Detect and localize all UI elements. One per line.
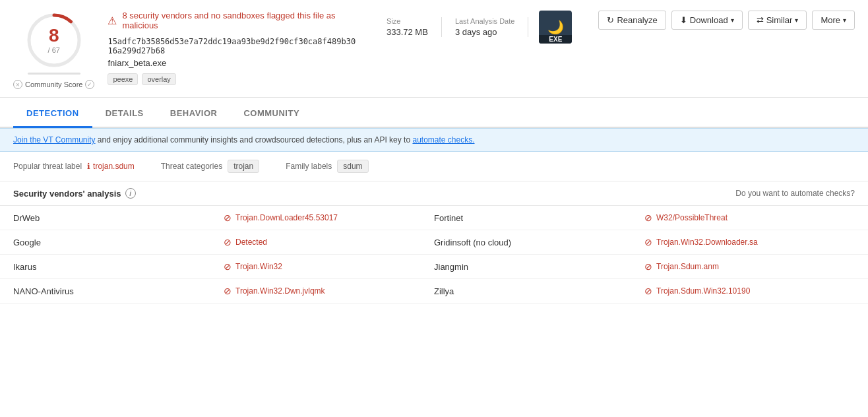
vt-community-link[interactable]: Join the VT Community xyxy=(13,135,96,144)
partner-vendor-name: Fortinet xyxy=(434,213,644,223)
file-hash: 15adfc7b35856d53e7a72ddc19aa93be9d2f90cf… xyxy=(108,37,360,55)
meta-size: Size 333.72 MB xyxy=(373,17,442,37)
vendor-name: Google xyxy=(13,238,224,247)
partner-malicious-icon: ⊘ xyxy=(644,212,652,223)
tab-details[interactable]: DETAILS xyxy=(92,100,157,128)
vendor-name: NANO-Antivirus xyxy=(13,286,224,296)
popular-threat-item: Popular threat label ℹ trojan.sdum xyxy=(13,162,135,171)
vendor-row: DrWeb ⊘ Trojan.DownLoader45.53017 Fortin… xyxy=(0,206,868,230)
vendor-result-text: Trojan.Win32 xyxy=(235,262,282,271)
meta-analysis-date: Last Analysis Date 3 days ago xyxy=(442,17,529,37)
vendor-row: NANO-Antivirus ⊘ Trojan.Win32.Dwn.jvlqmk… xyxy=(0,279,868,304)
header-section: 8 / 67 × Community Score ✓ ⚠ 8 security … xyxy=(0,0,868,98)
popular-threat-text: trojan.sdum xyxy=(93,162,135,171)
tab-community[interactable]: COMMUNITY xyxy=(230,100,313,128)
partner-malicious-icon: ⊘ xyxy=(644,286,652,296)
partner-vendor-result-text: W32/PossibleThreat xyxy=(656,213,728,222)
download-button[interactable]: ⬇ Download ▾ xyxy=(671,11,743,30)
malicious-icon: ⊘ xyxy=(224,237,232,247)
automate-checks-link[interactable]: automate checks. xyxy=(412,135,474,144)
malicious-icon: ⊘ xyxy=(224,212,232,223)
action-buttons: ↻ Reanalyze ⬇ Download ▾ ⇄ Similar ▾ Mor… xyxy=(598,11,855,30)
main-info: ⚠ 8 security vendors and no sandboxes fl… xyxy=(108,11,360,85)
partner-vendor-result: ⊘ Trojan.Sdum.anm xyxy=(644,261,855,272)
meta-file-icon: 🌙 EXE xyxy=(528,11,585,44)
score-total: / 67 xyxy=(48,46,60,54)
vendor-row: Ikarus ⊘ Trojan.Win32 Jiangmin ⊘ Trojan.… xyxy=(0,255,868,279)
threat-categories-value: trojan xyxy=(228,160,259,173)
section-title: Security vendors' analysis i xyxy=(13,188,136,199)
vendor-row: Google ⊘ Detected Gridinsoft (no cloud) … xyxy=(0,230,868,255)
security-vendors-title: Security vendors' analysis xyxy=(13,189,121,199)
tags-row: peexe overlay xyxy=(108,73,360,85)
family-labels-label: Family labels xyxy=(286,162,332,171)
tab-behavior[interactable]: BEHAVIOR xyxy=(157,100,231,128)
meta-size-value: 333.72 MB xyxy=(387,27,428,37)
partner-vendor-result: ⊘ Trojan.Sdum.Win32.10190 xyxy=(644,286,855,296)
similar-icon: ⇄ xyxy=(757,15,764,25)
file-type-icon: 🌙 EXE xyxy=(539,11,572,44)
vendor-result-text: Trojan.DownLoader45.53017 xyxy=(235,213,338,222)
vendor-result: ⊘ Trojan.Win32.Dwn.jvlqmk xyxy=(224,286,434,296)
reanalyze-button[interactable]: ↻ Reanalyze xyxy=(598,11,666,30)
moon-icon: 🌙 xyxy=(547,19,564,35)
partner-vendor-name: Jiangmin xyxy=(434,262,644,272)
alert-banner: ⚠ 8 security vendors and no sandboxes fl… xyxy=(108,11,360,30)
more-label: More xyxy=(821,15,840,25)
meta-date-value: 3 days ago xyxy=(455,27,515,37)
partner-vendor-result-text: Trojan.Sdum.Win32.10190 xyxy=(656,286,750,296)
score-text: 8 / 67 xyxy=(48,26,60,55)
vendor-result: ⊘ Trojan.Win32 xyxy=(224,261,434,272)
popular-threat-warning-icon: ℹ xyxy=(87,162,90,171)
tag-peexe[interactable]: peexe xyxy=(108,73,138,85)
info-banner: Join the VT Community and enjoy addition… xyxy=(0,128,868,152)
vendor-result-text: Detected xyxy=(235,238,267,247)
download-chevron-icon: ▾ xyxy=(731,16,734,24)
vendor-list: DrWeb ⊘ Trojan.DownLoader45.53017 Fortin… xyxy=(0,206,868,304)
automate-link: Do you want to automate checks? xyxy=(735,189,855,198)
community-check-icon: ✓ xyxy=(85,80,94,89)
file-ext: EXE xyxy=(539,35,572,44)
alert-icon: ⚠ xyxy=(108,15,117,27)
partner-vendor-name: Gridinsoft (no cloud) xyxy=(434,238,644,247)
popular-threat-value: ℹ trojan.sdum xyxy=(87,162,135,171)
community-score-row: × Community Score ✓ xyxy=(13,80,94,89)
file-name: fniarx_beta.exe xyxy=(108,58,360,68)
tag-overlay[interactable]: overlay xyxy=(142,73,175,85)
community-score-label: Community Score xyxy=(25,80,82,88)
tab-detection[interactable]: DETECTION xyxy=(13,100,92,128)
similar-label: Similar xyxy=(766,15,793,25)
vendor-name: Ikarus xyxy=(13,262,224,272)
vendor-result: ⊘ Detected xyxy=(224,237,434,247)
threat-categories-label: Threat categories xyxy=(161,162,222,171)
partner-vendor-result: ⊘ W32/PossibleThreat xyxy=(644,212,855,223)
community-minus-icon: × xyxy=(13,80,22,89)
score-number: 8 xyxy=(48,26,60,45)
vendor-name: DrWeb xyxy=(13,213,224,223)
vendors-info-icon[interactable]: i xyxy=(125,188,136,199)
partner-malicious-icon: ⊘ xyxy=(644,261,652,272)
vendor-result: ⊘ Trojan.DownLoader45.53017 xyxy=(224,212,434,223)
similar-chevron-icon: ▾ xyxy=(795,16,798,24)
popular-threat-label: Popular threat label xyxy=(13,162,82,171)
more-chevron-icon: ▾ xyxy=(843,16,846,24)
download-icon: ⬇ xyxy=(680,15,687,25)
more-button[interactable]: More ▾ xyxy=(812,11,855,30)
malicious-icon: ⊘ xyxy=(224,286,232,296)
vendor-result-text: Trojan.Win32.Dwn.jvlqmk xyxy=(235,286,325,296)
family-labels-value: sdum xyxy=(337,160,368,173)
score-container: 8 / 67 × Community Score ✓ xyxy=(13,11,94,89)
reanalyze-icon: ↻ xyxy=(607,15,614,25)
meta-size-label: Size xyxy=(387,17,428,25)
partner-vendor-result: ⊘ Trojan.Win32.Downloader.sa xyxy=(644,237,855,247)
file-meta: Size 333.72 MB Last Analysis Date 3 days… xyxy=(373,11,585,44)
meta-date-label: Last Analysis Date xyxy=(455,17,515,25)
score-circle: 8 / 67 xyxy=(24,11,84,70)
partner-vendor-result-text: Trojan.Sdum.anm xyxy=(656,262,719,271)
reanalyze-label: Reanalyze xyxy=(617,15,657,25)
similar-button[interactable]: ⇄ Similar ▾ xyxy=(748,11,807,30)
tabs-bar: DETECTION DETAILS BEHAVIOR COMMUNITY xyxy=(0,100,868,128)
alert-text: 8 security vendors and no sandboxes flag… xyxy=(122,11,360,30)
download-label: Download xyxy=(690,15,728,25)
threat-info-row: Popular threat label ℹ trojan.sdum Threa… xyxy=(0,152,868,181)
